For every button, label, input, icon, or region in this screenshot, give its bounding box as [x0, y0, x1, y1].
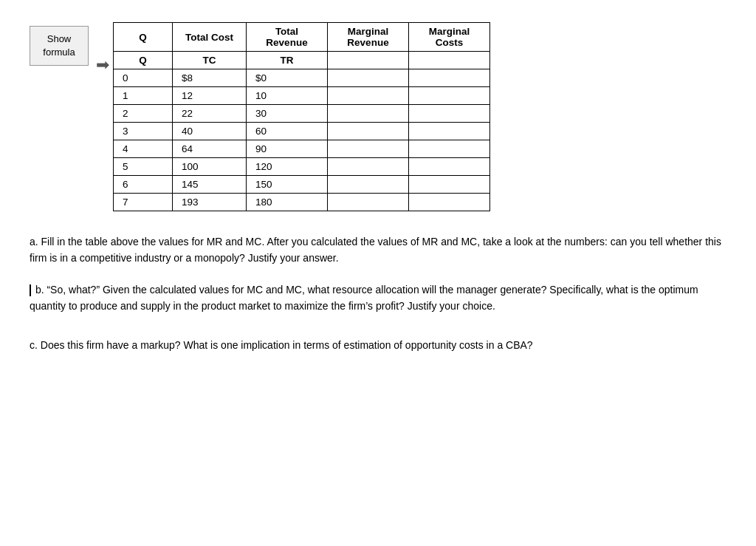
data-table: Q Total Cost TotalRevenue MarginalRevenu…: [113, 22, 490, 211]
cell-r3-c3: [328, 123, 409, 140]
cell-r2-c0: 2: [114, 105, 173, 123]
cell-r7-c2: 180: [247, 194, 328, 211]
cell-r2-c2: 30: [247, 105, 328, 123]
cell-r6-c4: [409, 176, 490, 194]
header-tr: TotalRevenue: [247, 23, 328, 52]
cell-r0-c1: $8: [173, 69, 247, 87]
show-formula-line1: Show: [47, 33, 72, 44]
cell-r3-c4: [409, 123, 490, 140]
table-subheader-row: Q TC TR: [114, 52, 490, 69]
cell-r6-c1: 145: [173, 176, 247, 194]
cell-r0-c3: [328, 69, 409, 87]
cell-r5-c3: [328, 158, 409, 176]
cell-r5-c0: 5: [114, 158, 173, 176]
cell-r1-c2: 10: [247, 87, 328, 105]
cell-r4-c2: 90: [247, 140, 328, 158]
question-b-container: b. “So, what?” Given the calculated valu…: [30, 281, 726, 315]
table-row: 46490: [114, 140, 490, 158]
cell-r7-c0: 7: [114, 194, 173, 211]
table-row: 34060: [114, 123, 490, 140]
cell-r4-c4: [409, 140, 490, 158]
question-c-text: c. Does this firm have a markup? What is…: [30, 337, 726, 353]
subheader-mc: [409, 52, 490, 69]
cell-r3-c2: 60: [247, 123, 328, 140]
cell-r3-c1: 40: [173, 123, 247, 140]
subheader-tc: TC: [173, 52, 247, 69]
subheader-tr: TR: [247, 52, 328, 69]
cell-r0-c2: $0: [247, 69, 328, 87]
cell-r4-c3: [328, 140, 409, 158]
main-container: Show formula ➡ Q Total Cost TotalRevenue…: [15, 15, 741, 375]
cell-r1-c0: 1: [114, 87, 173, 105]
question-a: a. Fill in the table above the values fo…: [30, 233, 726, 267]
cell-r7-c1: 193: [173, 194, 247, 211]
table-header-row: Q Total Cost TotalRevenue MarginalRevenu…: [114, 23, 490, 52]
cell-r1-c3: [328, 87, 409, 105]
cell-r6-c2: 150: [247, 176, 328, 194]
cell-r0-c4: [409, 69, 490, 87]
cell-r6-c3: [328, 176, 409, 194]
cell-r7-c3: [328, 194, 409, 211]
cell-r4-c0: 4: [114, 140, 173, 158]
show-formula-button[interactable]: Show formula: [30, 26, 89, 66]
arrow-icon: ➡: [96, 55, 109, 75]
cell-r0-c0: 0: [114, 69, 173, 87]
text-section: a. Fill in the table above the values fo…: [30, 233, 726, 368]
header-q: Q: [114, 23, 173, 52]
header-mc: MarginalCosts: [409, 23, 490, 52]
table-row: 0$8$0: [114, 69, 490, 87]
top-section: Show formula ➡ Q Total Cost TotalRevenue…: [30, 22, 726, 211]
show-formula-line2: formula: [43, 47, 75, 58]
cell-r4-c1: 64: [173, 140, 247, 158]
table-row: 22230: [114, 105, 490, 123]
table-body: 0$8$011210222303406046490510012061451507…: [114, 69, 490, 211]
subheader-mr: [328, 52, 409, 69]
cursor: [30, 284, 31, 296]
arrow-container: ➡: [96, 22, 109, 75]
table-row: 7193180: [114, 194, 490, 211]
cell-r7-c4: [409, 194, 490, 211]
cell-r2-c1: 22: [173, 105, 247, 123]
cell-r2-c3: [328, 105, 409, 123]
cell-r1-c4: [409, 87, 490, 105]
cell-r2-c4: [409, 105, 490, 123]
table-row: 5100120: [114, 158, 490, 176]
table-row: 6145150: [114, 176, 490, 194]
cell-r6-c0: 6: [114, 176, 173, 194]
question-b-text: b. “So, what?” Given the calculated valu…: [30, 284, 698, 312]
header-mr: MarginalRevenue: [328, 23, 409, 52]
header-tc: Total Cost: [173, 23, 247, 52]
question-c-container: c. Does this firm have a markup? What is…: [30, 337, 726, 353]
subheader-q: Q: [114, 52, 173, 69]
cell-r3-c0: 3: [114, 123, 173, 140]
table-row: 11210: [114, 87, 490, 105]
cell-r5-c1: 100: [173, 158, 247, 176]
cell-r5-c2: 120: [247, 158, 328, 176]
cell-r1-c1: 12: [173, 87, 247, 105]
cell-r5-c4: [409, 158, 490, 176]
question-a-text: a. Fill in the table above the values fo…: [30, 233, 726, 267]
